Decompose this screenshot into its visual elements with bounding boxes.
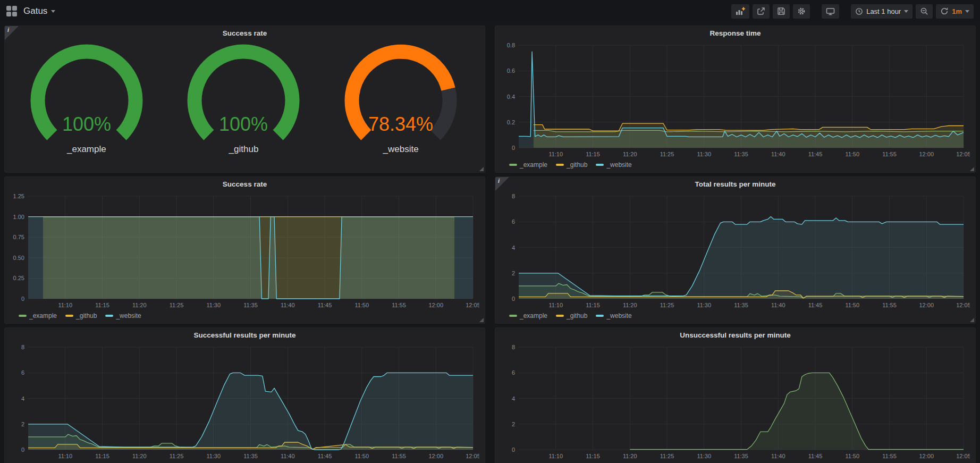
svg-text:8: 8 — [512, 193, 515, 199]
time-range-picker[interactable]: Last 1 hour — [851, 4, 913, 19]
legend-label: _github — [76, 312, 97, 319]
svg-text:12:00: 12:00 — [919, 302, 934, 308]
panel-unsuccessful-results: Unsuccessful results per minute 0246811:… — [495, 327, 976, 463]
svg-text:11:55: 11:55 — [882, 302, 897, 308]
legend-swatch-icon — [105, 315, 113, 317]
gauge-row: 100% _example 100% _github 78.34% _websi… — [8, 40, 479, 170]
chart-canvas[interactable]: 00.20.40.60.811:1011:1511:2011:2511:3011… — [499, 40, 970, 159]
settings-button[interactable] — [793, 4, 810, 19]
svg-text:11:45: 11:45 — [318, 453, 332, 459]
save-button[interactable] — [773, 4, 790, 19]
svg-text:11:15: 11:15 — [586, 151, 600, 157]
panel-resize-handle[interactable] — [479, 318, 484, 322]
svg-text:11:15: 11:15 — [95, 302, 109, 308]
svg-text:11:25: 11:25 — [660, 302, 674, 308]
grid-square — [12, 12, 17, 16]
legend-label: _example — [520, 161, 547, 169]
share-button[interactable] — [753, 4, 770, 19]
add-panel-button[interactable] — [731, 4, 749, 19]
dashboard-title-dropdown[interactable]: Gatus — [23, 6, 55, 16]
legend-swatch-icon — [556, 164, 564, 166]
svg-text:11:20: 11:20 — [623, 453, 637, 459]
panel-title: Response time — [709, 29, 761, 37]
panel-title: Successful results per minute — [193, 331, 295, 339]
panel-success-rate-graph: Success rate 00.250.500.751.001.2511:101… — [4, 176, 485, 324]
chart-legend: _example _github _website — [499, 310, 970, 321]
zoom-out-button[interactable] — [916, 4, 933, 19]
svg-text:11:50: 11:50 — [845, 151, 859, 157]
caret-down-icon — [904, 10, 908, 13]
svg-text:11:55: 11:55 — [882, 453, 897, 459]
legend-item-_example[interactable]: _example — [19, 312, 57, 319]
panel-resize-handle[interactable] — [970, 167, 974, 171]
svg-text:11:10: 11:10 — [58, 453, 72, 459]
svg-text:6: 6 — [21, 369, 24, 376]
svg-text:11:35: 11:35 — [734, 151, 748, 157]
svg-text:0.4: 0.4 — [507, 94, 515, 100]
svg-text:11:50: 11:50 — [354, 453, 369, 459]
apps-grid-icon[interactable] — [6, 6, 17, 16]
svg-text:0: 0 — [21, 296, 24, 302]
refresh-picker[interactable]: 1m — [936, 4, 974, 19]
panel-resize-handle[interactable] — [970, 318, 974, 322]
legend-label: _website — [116, 312, 141, 319]
svg-text:0.75: 0.75 — [13, 234, 24, 240]
svg-text:12:05: 12:05 — [956, 151, 970, 157]
svg-text:11:35: 11:35 — [243, 302, 258, 308]
svg-text:11:30: 11:30 — [697, 302, 711, 308]
cycle-view-button[interactable] — [822, 4, 839, 19]
legend-item-_website[interactable]: _website — [596, 161, 631, 169]
svg-text:11:20: 11:20 — [132, 453, 147, 459]
svg-text:12:05: 12:05 — [466, 453, 479, 459]
svg-text:11:15: 11:15 — [586, 453, 600, 459]
legend-item-_github[interactable]: _github — [556, 161, 587, 169]
svg-text:6: 6 — [512, 218, 515, 225]
panel-header[interactable]: Unsuccessful results per minute — [495, 328, 975, 342]
time-range-label: Last 1 hour — [866, 7, 901, 15]
panel-title: Success rate — [223, 180, 267, 188]
panel-header[interactable]: Successful results per minute — [5, 328, 485, 342]
svg-text:0.6: 0.6 — [507, 68, 515, 74]
legend-item-_example[interactable]: _example — [509, 312, 547, 319]
chart-canvas[interactable]: 0246811:1011:1511:2011:2511:3011:3511:40… — [499, 342, 970, 461]
svg-text:0.25: 0.25 — [13, 275, 24, 281]
svg-text:11:25: 11:25 — [660, 453, 674, 459]
svg-text:11:45: 11:45 — [808, 302, 823, 308]
legend-item-_website[interactable]: _website — [105, 312, 141, 319]
legend-swatch-icon — [596, 164, 604, 166]
panel-header[interactable]: Total results per minute — [495, 177, 975, 191]
svg-text:11:10: 11:10 — [58, 302, 72, 308]
panel-header[interactable]: Response time — [495, 26, 975, 40]
svg-text:11:30: 11:30 — [697, 453, 711, 459]
svg-text:11:55: 11:55 — [392, 302, 406, 308]
magnifier-minus-icon — [920, 7, 928, 15]
chart-canvas[interactable]: 0246811:1011:1511:2011:2511:3011:3511:40… — [499, 191, 970, 310]
legend-item-_example[interactable]: _example — [509, 161, 547, 169]
svg-text:0.50: 0.50 — [13, 255, 24, 261]
svg-text:1.00: 1.00 — [13, 214, 24, 220]
legend-label: _github — [567, 312, 587, 319]
panel-resize-handle[interactable] — [479, 167, 484, 171]
info-corner-icon[interactable]: i — [495, 177, 509, 191]
chart-legend: _example _github _website — [499, 159, 970, 170]
svg-text:11:50: 11:50 — [845, 453, 859, 459]
legend-item-_github[interactable]: _github — [556, 312, 587, 319]
panel-header[interactable]: Success rate — [5, 177, 485, 191]
svg-text:11:30: 11:30 — [206, 302, 221, 308]
legend-label: _example — [520, 312, 547, 319]
share-icon — [757, 7, 765, 15]
chart-canvas[interactable]: 0246811:1011:1511:2011:2511:3011:3511:40… — [8, 342, 479, 461]
svg-text:0.2: 0.2 — [507, 119, 515, 125]
chart-canvas[interactable]: 00.250.500.751.001.2511:1011:1511:2011:2… — [8, 191, 479, 310]
svg-text:2: 2 — [21, 421, 24, 427]
refresh-interval-label: 1m — [952, 7, 962, 15]
panel-header[interactable]: Success rate — [5, 26, 485, 40]
svg-text:11:25: 11:25 — [660, 151, 674, 157]
legend-item-_website[interactable]: _website — [596, 312, 631, 319]
legend-item-_github[interactable]: _github — [65, 312, 97, 319]
svg-text:6: 6 — [512, 369, 515, 376]
svg-text:11:40: 11:40 — [771, 453, 785, 459]
legend-swatch-icon — [556, 315, 564, 317]
chart-legend: _example _github _website — [8, 310, 479, 321]
info-corner-icon[interactable]: i — [5, 26, 19, 40]
